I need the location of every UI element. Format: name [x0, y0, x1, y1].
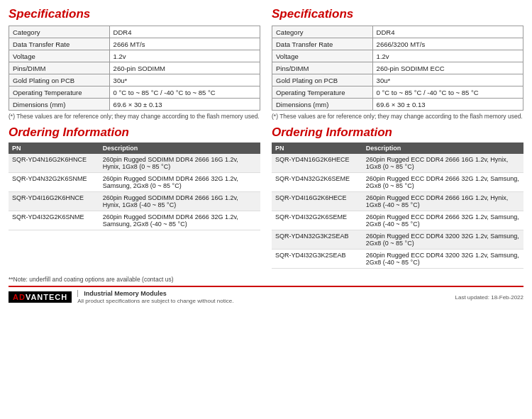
table-row: SQR-YD4N16G2K6HNCE260pin Rugged SODIMM D…	[9, 154, 260, 173]
spec-label: Pins/DIMM	[9, 62, 110, 74]
table-row: CategoryDDR4	[9, 26, 260, 38]
table-row: SQR-YD4N16G2K6HECE260pin Rugged ECC DDR4…	[272, 154, 523, 173]
spec-label: Data Transfer Rate	[9, 38, 110, 50]
table-row: Pins/DIMM260-pin SODIMM	[9, 62, 260, 74]
spec-value: 69.6 × 30 ± 0.13	[109, 99, 260, 111]
left-footnote: (*) These values are for reference only;…	[9, 113, 260, 120]
logo-vantech-text: VANTECH	[26, 293, 67, 301]
spec-label: Dimensions (mm)	[9, 99, 110, 111]
order-pn: SQR-YD4I32G3K2SEAB	[272, 250, 362, 269]
spec-value: 69.6 × 30 ± 0.13	[372, 99, 523, 111]
spec-value: 260-pin SODIMM ECC	[372, 62, 523, 74]
table-row: Dimensions (mm)69.6 × 30 ± 0.13	[272, 99, 523, 111]
spec-label: Dimensions (mm)	[272, 99, 373, 111]
order-desc: 260pin Rugged ECC DDR4 2666 32G 1.2v, Sa…	[362, 173, 523, 192]
table-row: Voltage1.2v	[9, 50, 260, 62]
order-pn: SQR-YD4N32G2K6SEME	[272, 173, 362, 192]
order-pn: SQR-YD4N32G2K6SNME	[9, 173, 99, 192]
table-row: Data Transfer Rate2666 MT/s	[9, 38, 260, 50]
left-column: Specifications CategoryDDR4Data Transfer…	[9, 7, 260, 269]
right-order-title: Ordering Information	[272, 125, 523, 140]
table-row: Operating Temperature0 °C to ~ 85 °C / -…	[272, 86, 523, 99]
table-row: CategoryDDR4	[272, 26, 523, 38]
table-row: SQR-YD4N32G2K6SEME260pin Rugged ECC DDR4…	[272, 173, 523, 192]
order-desc: 260pin Rugged SODIMM DDR4 2666 16G 1.2v,…	[99, 154, 260, 173]
order-pn: SQR-YD4I32G2K6SNME	[9, 211, 99, 230]
table-row: SQR-YD4N32G2K6SNME260pin Rugged SODIMM D…	[9, 173, 260, 192]
table-row: Gold Plating on PCB30u*	[272, 74, 523, 86]
spec-value: DDR4	[109, 26, 260, 38]
order-col-header: Description	[99, 143, 260, 154]
spec-label: Voltage	[9, 50, 110, 62]
order-pn: SQR-YD4N32G3K2SEAB	[272, 230, 362, 250]
order-desc: 260pin Rugged SODIMM DDR4 2666 32G 1.2v,…	[99, 211, 260, 230]
order-pn: SQR-YD4I16G2K6HNCE	[9, 192, 99, 211]
spec-value: 2666 MT/s	[109, 38, 260, 50]
spec-label: Pins/DIMM	[272, 62, 373, 74]
left-spec-table: CategoryDDR4Data Transfer Rate2666 MT/sV…	[9, 26, 260, 111]
table-row: Pins/DIMM260-pin SODIMM ECC	[272, 62, 523, 74]
bottom-note: **Note: underfill and coating options ar…	[9, 276, 523, 283]
spec-label: Operating Temperature	[9, 86, 110, 99]
order-pn: SQR-YD4I16G2K6HECE	[272, 192, 362, 211]
spec-value: 2666/3200 MT/s	[372, 38, 523, 50]
right-order-table: PNDescription SQR-YD4N16G2K6HECE260pin R…	[272, 143, 523, 269]
right-spec-title: Specifications	[272, 7, 523, 21]
order-pn: SQR-YD4N16G2K6HNCE	[9, 154, 99, 173]
table-row: SQR-YD4I32G2K6SNME260pin Rugged SODIMM D…	[9, 211, 260, 230]
order-desc: 260pin Rugged ECC DDR4 2666 32G 1.2v, Sa…	[362, 211, 523, 230]
table-row: SQR-YD4I16G2K6HNCE260pin Rugged SODIMM D…	[9, 192, 260, 211]
table-row: Dimensions (mm)69.6 × 30 ± 0.13	[9, 99, 260, 111]
order-desc: 260pin Rugged SODIMM DDR4 2666 32G 1.2v,…	[99, 173, 260, 192]
order-desc: 260pin Rugged ECC DDR4 2666 16G 1.2v, Hy…	[362, 192, 523, 211]
order-col-header: Description	[362, 143, 523, 154]
order-pn: SQR-YD4I32G2K6SEME	[272, 211, 362, 230]
left-order-table: PNDescription SQR-YD4N16G2K6HNCE260pin R…	[9, 143, 260, 230]
table-row: Operating Temperature0 °C to ~ 85 °C / -…	[9, 86, 260, 99]
order-desc: 260pin Rugged ECC DDR4 3200 32G 1.2v, Sa…	[362, 230, 523, 250]
table-row: Data Transfer Rate2666/3200 MT/s	[272, 38, 523, 50]
spec-label: Category	[9, 26, 110, 38]
spec-label: Category	[272, 26, 373, 38]
order-desc: 260pin Rugged SODIMM DDR4 2666 16G 1.2v,…	[99, 192, 260, 211]
order-col-header: PN	[272, 143, 362, 154]
order-col-header: PN	[9, 143, 99, 154]
spec-value: 1.2v	[372, 50, 523, 62]
footer-logo: ADVANTECH	[9, 291, 72, 303]
order-desc: 260pin Rugged ECC DDR4 3200 32G 1.2v, Sa…	[362, 250, 523, 269]
order-desc: 260pin Rugged ECC DDR4 2666 16G 1.2v, Hy…	[362, 154, 523, 173]
table-row: SQR-YD4N32G3K2SEAB260pin Rugged ECC DDR4…	[272, 230, 523, 250]
footer-sub: All product specifications are subject t…	[77, 298, 233, 304]
footer-date: Last updated: 18-Feb-2022	[455, 294, 523, 301]
spec-value: 0 °C to ~ 85 °C / -40 °C to ~ 85 °C	[372, 86, 523, 99]
footer-left: ADVANTECH Industrial Memory Modules All …	[9, 290, 233, 304]
spec-value: 0 °C to ~ 85 °C / -40 °C to ~ 85 °C	[109, 86, 260, 99]
spec-value: 260-pin SODIMM	[109, 62, 260, 74]
right-column: Specifications CategoryDDR4Data Transfer…	[272, 7, 523, 269]
table-row: SQR-YD4I32G3K2SEAB260pin Rugged ECC DDR4…	[272, 250, 523, 269]
left-spec-title: Specifications	[9, 7, 260, 21]
table-row: SQR-YD4I32G2K6SEME260pin Rugged ECC DDR4…	[272, 211, 523, 230]
spec-label: Gold Plating on PCB	[272, 74, 373, 86]
table-row: Voltage1.2v	[272, 50, 523, 62]
spec-label: Gold Plating on PCB	[9, 74, 110, 86]
right-footnote: (*) These values are for reference only;…	[272, 113, 523, 120]
table-row: SQR-YD4I16G2K6HECE260pin Rugged ECC DDR4…	[272, 192, 523, 211]
spec-value: 1.2v	[109, 50, 260, 62]
spec-label: Voltage	[272, 50, 373, 62]
spec-value: DDR4	[372, 26, 523, 38]
spec-label: Data Transfer Rate	[272, 38, 373, 50]
right-spec-table: CategoryDDR4Data Transfer Rate2666/3200 …	[272, 26, 523, 111]
footer-tagline: Industrial Memory Modules	[77, 290, 233, 297]
footer: ADVANTECH Industrial Memory Modules All …	[9, 286, 523, 304]
table-row: Gold Plating on PCB30u*	[9, 74, 260, 86]
logo-adv-text: AD	[13, 293, 26, 301]
spec-value: 30u*	[372, 74, 523, 86]
left-order-title: Ordering Information	[9, 125, 260, 140]
spec-value: 30u*	[109, 74, 260, 86]
spec-label: Operating Temperature	[272, 86, 373, 99]
order-pn: SQR-YD4N16G2K6HECE	[272, 154, 362, 173]
